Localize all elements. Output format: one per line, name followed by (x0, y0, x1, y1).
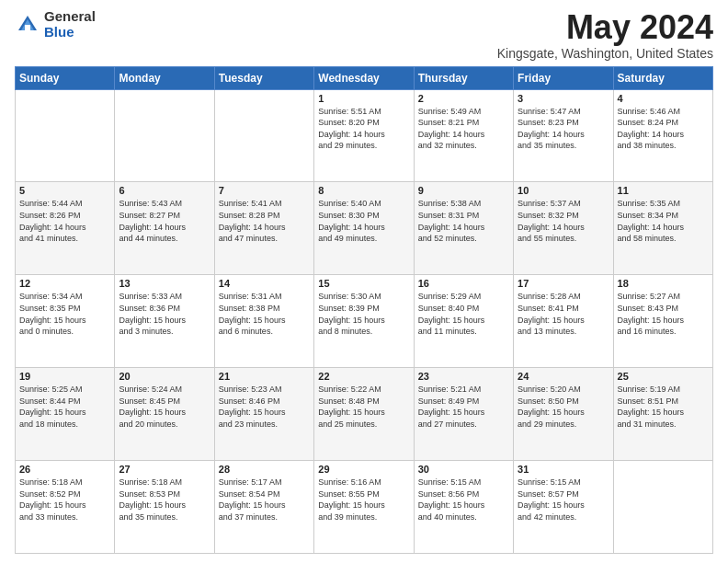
day-number: 15 (318, 278, 409, 289)
table-row (16, 89, 115, 182)
logo-blue-text: Blue (44, 25, 96, 40)
col-sunday: Sunday (16, 66, 115, 89)
logo-text: General Blue (44, 9, 96, 40)
col-friday: Friday (514, 66, 613, 89)
table-row: 2Sunrise: 5:49 AM Sunset: 8:21 PM Daylig… (414, 89, 513, 182)
table-row: 19Sunrise: 5:25 AM Sunset: 8:44 PM Dayli… (16, 368, 115, 461)
day-number: 25 (618, 371, 709, 382)
table-row: 1Sunrise: 5:51 AM Sunset: 8:20 PM Daylig… (314, 89, 414, 182)
day-info: Sunrise: 5:35 AM Sunset: 8:34 PM Dayligh… (618, 198, 709, 244)
day-info: Sunrise: 5:22 AM Sunset: 8:48 PM Dayligh… (318, 384, 409, 430)
day-info: Sunrise: 5:15 AM Sunset: 8:56 PM Dayligh… (418, 477, 509, 523)
day-info: Sunrise: 5:43 AM Sunset: 8:27 PM Dayligh… (119, 198, 210, 244)
calendar-week-2: 5Sunrise: 5:44 AM Sunset: 8:26 PM Daylig… (16, 182, 713, 275)
col-tuesday: Tuesday (214, 66, 313, 89)
day-number: 28 (219, 464, 310, 475)
col-wednesday: Wednesday (314, 66, 414, 89)
table-row: 31Sunrise: 5:15 AM Sunset: 8:57 PM Dayli… (514, 461, 613, 554)
col-saturday: Saturday (613, 66, 712, 89)
day-info: Sunrise: 5:15 AM Sunset: 8:57 PM Dayligh… (518, 477, 609, 523)
day-number: 24 (518, 371, 609, 382)
day-info: Sunrise: 5:17 AM Sunset: 8:54 PM Dayligh… (219, 477, 310, 523)
day-info: Sunrise: 5:24 AM Sunset: 8:45 PM Dayligh… (119, 384, 210, 430)
day-number: 10 (518, 185, 609, 196)
day-info: Sunrise: 5:40 AM Sunset: 8:30 PM Dayligh… (318, 198, 409, 244)
calendar-week-1: 1Sunrise: 5:51 AM Sunset: 8:20 PM Daylig… (16, 89, 713, 182)
day-number: 22 (318, 371, 409, 382)
day-info: Sunrise: 5:33 AM Sunset: 8:36 PM Dayligh… (119, 291, 210, 337)
day-number: 11 (618, 185, 709, 196)
day-number: 18 (618, 278, 709, 289)
table-row: 18Sunrise: 5:27 AM Sunset: 8:43 PM Dayli… (613, 275, 712, 368)
day-number: 23 (418, 371, 509, 382)
day-number: 7 (219, 185, 310, 196)
day-info: Sunrise: 5:18 AM Sunset: 8:53 PM Dayligh… (119, 477, 210, 523)
day-number: 20 (119, 371, 210, 382)
day-number: 27 (119, 464, 210, 475)
day-info: Sunrise: 5:41 AM Sunset: 8:28 PM Dayligh… (219, 198, 310, 244)
logo: General Blue (15, 9, 96, 40)
table-row: 6Sunrise: 5:43 AM Sunset: 8:27 PM Daylig… (115, 182, 214, 275)
table-row: 13Sunrise: 5:33 AM Sunset: 8:36 PM Dayli… (115, 275, 214, 368)
table-row: 25Sunrise: 5:19 AM Sunset: 8:51 PM Dayli… (613, 368, 712, 461)
day-number: 13 (119, 278, 210, 289)
table-row: 26Sunrise: 5:18 AM Sunset: 8:52 PM Dayli… (16, 461, 115, 554)
table-row: 5Sunrise: 5:44 AM Sunset: 8:26 PM Daylig… (16, 182, 115, 275)
day-info: Sunrise: 5:49 AM Sunset: 8:21 PM Dayligh… (418, 106, 509, 152)
day-number: 12 (19, 278, 110, 289)
day-info: Sunrise: 5:29 AM Sunset: 8:40 PM Dayligh… (418, 291, 509, 337)
day-number: 1 (318, 93, 409, 104)
table-row: 24Sunrise: 5:20 AM Sunset: 8:50 PM Dayli… (514, 368, 613, 461)
day-info: Sunrise: 5:21 AM Sunset: 8:49 PM Dayligh… (418, 384, 509, 430)
table-row: 30Sunrise: 5:15 AM Sunset: 8:56 PM Dayli… (414, 461, 513, 554)
table-row: 28Sunrise: 5:17 AM Sunset: 8:54 PM Dayli… (214, 461, 313, 554)
day-info: Sunrise: 5:25 AM Sunset: 8:44 PM Dayligh… (19, 384, 110, 430)
logo-icon (15, 12, 40, 38)
table-row: 8Sunrise: 5:40 AM Sunset: 8:30 PM Daylig… (314, 182, 414, 275)
calendar-table: Sunday Monday Tuesday Wednesday Thursday… (15, 66, 713, 554)
day-info: Sunrise: 5:44 AM Sunset: 8:26 PM Dayligh… (19, 198, 110, 244)
table-row: 11Sunrise: 5:35 AM Sunset: 8:34 PM Dayli… (613, 182, 712, 275)
table-row: 7Sunrise: 5:41 AM Sunset: 8:28 PM Daylig… (214, 182, 313, 275)
day-info: Sunrise: 5:18 AM Sunset: 8:52 PM Dayligh… (19, 477, 110, 523)
svg-rect-2 (25, 25, 30, 30)
day-info: Sunrise: 5:37 AM Sunset: 8:32 PM Dayligh… (518, 198, 609, 244)
table-row: 20Sunrise: 5:24 AM Sunset: 8:45 PM Dayli… (115, 368, 214, 461)
day-number: 19 (19, 371, 110, 382)
day-number: 8 (318, 185, 409, 196)
table-row: 10Sunrise: 5:37 AM Sunset: 8:32 PM Dayli… (514, 182, 613, 275)
day-number: 29 (318, 464, 409, 475)
table-row: 9Sunrise: 5:38 AM Sunset: 8:31 PM Daylig… (414, 182, 513, 275)
table-row: 17Sunrise: 5:28 AM Sunset: 8:41 PM Dayli… (514, 275, 613, 368)
table-row: 4Sunrise: 5:46 AM Sunset: 8:24 PM Daylig… (613, 89, 712, 182)
day-number: 16 (418, 278, 509, 289)
calendar-header-row: Sunday Monday Tuesday Wednesday Thursday… (16, 66, 713, 89)
day-number: 9 (418, 185, 509, 196)
table-row: 21Sunrise: 5:23 AM Sunset: 8:46 PM Dayli… (214, 368, 313, 461)
calendar-week-3: 12Sunrise: 5:34 AM Sunset: 8:35 PM Dayli… (16, 275, 713, 368)
table-row: 12Sunrise: 5:34 AM Sunset: 8:35 PM Dayli… (16, 275, 115, 368)
table-row: 29Sunrise: 5:16 AM Sunset: 8:55 PM Dayli… (314, 461, 414, 554)
calendar-week-5: 26Sunrise: 5:18 AM Sunset: 8:52 PM Dayli… (16, 461, 713, 554)
day-number: 26 (19, 464, 110, 475)
table-row: 15Sunrise: 5:30 AM Sunset: 8:39 PM Dayli… (314, 275, 414, 368)
title-block: May 2024 Kingsgate, Washington, United S… (497, 9, 713, 61)
day-number: 21 (219, 371, 310, 382)
day-number: 30 (418, 464, 509, 475)
day-info: Sunrise: 5:20 AM Sunset: 8:50 PM Dayligh… (518, 384, 609, 430)
header: General Blue May 2024 Kingsgate, Washing… (15, 9, 713, 61)
day-number: 14 (219, 278, 310, 289)
table-row (613, 461, 712, 554)
table-row (214, 89, 313, 182)
logo-general-text: General (44, 9, 96, 25)
main-title: May 2024 (497, 9, 713, 46)
day-number: 2 (418, 93, 509, 104)
day-info: Sunrise: 5:19 AM Sunset: 8:51 PM Dayligh… (618, 384, 709, 430)
col-thursday: Thursday (414, 66, 513, 89)
table-row: 22Sunrise: 5:22 AM Sunset: 8:48 PM Dayli… (314, 368, 414, 461)
day-info: Sunrise: 5:46 AM Sunset: 8:24 PM Dayligh… (618, 106, 709, 152)
day-info: Sunrise: 5:34 AM Sunset: 8:35 PM Dayligh… (19, 291, 110, 337)
day-number: 4 (618, 93, 709, 104)
table-row: 27Sunrise: 5:18 AM Sunset: 8:53 PM Dayli… (115, 461, 214, 554)
day-info: Sunrise: 5:51 AM Sunset: 8:20 PM Dayligh… (318, 106, 409, 152)
